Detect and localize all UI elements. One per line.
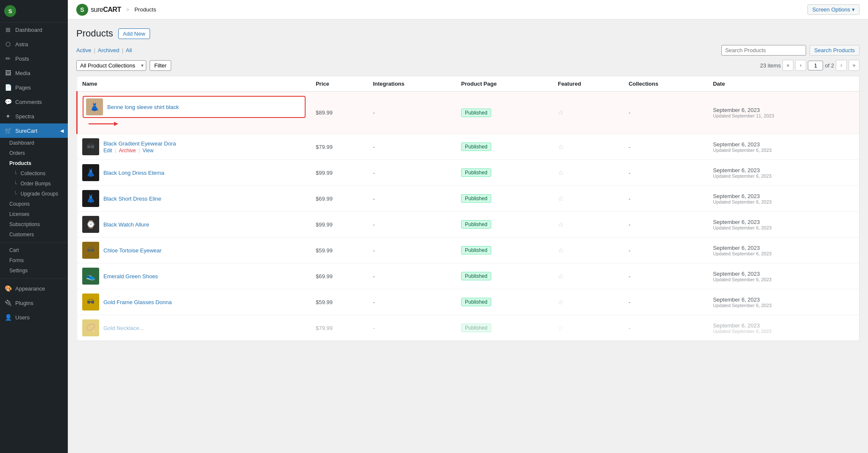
product-featured[interactable]: ☆ — [553, 212, 623, 238]
sidebar-sub-cart[interactable]: Cart — [0, 245, 68, 255]
product-collections: - — [623, 186, 708, 212]
comments-icon: 💬 — [4, 98, 12, 106]
star-icon[interactable]: ☆ — [558, 273, 564, 280]
product-name-link[interactable]: Chloe Tortoise Eyewear — [103, 247, 161, 254]
filter-all-link[interactable]: All — [126, 47, 132, 53]
star-icon[interactable]: ☆ — [558, 169, 564, 176]
sidebar-logo-icon: S — [4, 5, 16, 17]
product-price: $79.99 — [311, 315, 368, 341]
product-featured[interactable]: ☆ — [553, 92, 623, 134]
product-featured[interactable]: ☆ — [553, 263, 623, 289]
star-icon[interactable]: ☆ — [558, 324, 564, 332]
last-page-button[interactable]: » — [849, 60, 860, 71]
star-icon[interactable]: ☆ — [558, 221, 564, 228]
first-page-button[interactable]: « — [782, 60, 793, 71]
sidebar-sub-settings[interactable]: Settings — [0, 266, 68, 276]
product-page-status: Published — [456, 212, 553, 238]
product-name-link[interactable]: Black Watch Allure — [103, 221, 149, 228]
product-name-link[interactable]: Gold Frame Glasses Donna — [103, 299, 172, 305]
archive-link[interactable]: Archive — [119, 148, 136, 154]
sidebar-item-spectra[interactable]: ✦ Spectra — [0, 109, 68, 123]
col-price: Price — [311, 76, 368, 92]
sidebar-item-dashboard[interactable]: ⊞ Dashboard — [0, 22, 68, 37]
table-row: ⌚ Black Watch Allure $99.99-Published☆-S… — [77, 212, 860, 238]
search-input[interactable] — [721, 45, 806, 56]
table-body: 👗 Benne long sleeve shirt black $89.99-P… — [77, 92, 860, 341]
sidebar-sub-sc-coupons[interactable]: Coupons — [0, 199, 68, 209]
sidebar-sub-sc-upgrade-groups[interactable]: └ Upgrade Groups — [0, 189, 68, 199]
collection-dropdown[interactable]: All Product Collections — [76, 60, 146, 71]
product-integrations: - — [368, 186, 456, 212]
product-page-status: Published — [456, 289, 553, 315]
surecart-arrow: ◀ — [60, 128, 64, 134]
product-featured[interactable]: ☆ — [553, 186, 623, 212]
product-featured[interactable]: ☆ — [553, 238, 623, 263]
edit-link[interactable]: Edit — [103, 148, 112, 154]
table-row: 👗 Black Short Dress Eline $69.99-Publish… — [77, 186, 860, 212]
next-page-button[interactable]: › — [836, 60, 847, 71]
star-icon[interactable]: ☆ — [558, 299, 564, 306]
page-number-input[interactable] — [808, 61, 823, 70]
sidebar-logo[interactable]: S — [0, 0, 68, 22]
page-total-label: of 2 — [825, 62, 834, 69]
table-row: 👗 Black Long Dress Eterna $99.99-Publish… — [77, 160, 860, 186]
sidebar-sub-forms[interactable]: Forms — [0, 255, 68, 266]
star-icon[interactable]: ☆ — [558, 247, 564, 254]
product-name-link[interactable]: Black Short Dress Eline — [103, 196, 161, 202]
product-featured[interactable]: ☆ — [553, 160, 623, 186]
product-collections: - — [623, 92, 708, 134]
table-row: 🕶 Chloe Tortoise Eyewear $59.99-Publishe… — [77, 238, 860, 263]
product-date: September 6, 2023Updated September 6, 20… — [708, 134, 859, 160]
product-name-link[interactable]: Black Long Dress Eterna — [103, 170, 164, 176]
product-name-link[interactable]: Benne long sleeve shirt black — [107, 104, 179, 110]
filter-active-link[interactable]: Active — [76, 47, 91, 53]
product-thumbnail: 👟 — [82, 268, 99, 285]
prev-page-button[interactable]: ‹ — [795, 60, 806, 71]
sidebar-item-users[interactable]: 👤 Users — [0, 310, 68, 324]
sidebar-item-posts[interactable]: ✏ Posts — [0, 51, 68, 66]
sidebar-sub-sc-licenses[interactable]: Licenses — [0, 209, 68, 219]
pagination-info: 23 items « ‹ of 2 › » — [760, 60, 860, 71]
product-name-link[interactable]: Gold Necklace... — [103, 325, 144, 331]
filter-button[interactable]: Filter — [150, 60, 171, 71]
product-name-link[interactable]: Emerald Green Shoes — [103, 273, 158, 280]
product-collections: - — [623, 134, 708, 160]
product-price: $99.99 — [311, 160, 368, 186]
collection-row: All Product Collections Filter 23 items … — [76, 60, 860, 71]
col-featured: Featured — [553, 76, 623, 92]
sidebar-item-astra[interactable]: ⬡ Astra — [0, 37, 68, 51]
published-badge: Published — [461, 272, 491, 280]
star-icon[interactable]: ☆ — [558, 109, 564, 116]
product-integrations: - — [368, 315, 456, 341]
sidebar-item-appearance[interactable]: 🎨 Appearance — [0, 281, 68, 296]
sidebar-sub-sc-products[interactable]: Products — [0, 158, 68, 168]
sidebar-item-plugins[interactable]: 🔌 Plugins — [0, 296, 68, 310]
search-button[interactable]: Search Products — [810, 45, 860, 56]
sidebar-item-pages[interactable]: 📄 Pages — [0, 80, 68, 95]
sidebar-sub-sc-collections[interactable]: └ Collections — [0, 168, 68, 179]
sidebar-sub-sc-orders[interactable]: Orders — [0, 148, 68, 158]
filter-archived-link[interactable]: Archived — [98, 47, 120, 53]
sidebar-item-media[interactable]: 🖼 Media — [0, 66, 68, 80]
star-icon[interactable]: ☆ — [558, 195, 564, 202]
table-header: Name Price Integrations Product Page Fea… — [77, 76, 860, 92]
star-icon[interactable]: ☆ — [558, 143, 564, 151]
sidebar-item-surecart[interactable]: 🛒 SureCart ◀ — [0, 123, 68, 138]
product-name-link[interactable]: Black Gradient Eyewear Dora — [103, 140, 176, 147]
product-featured[interactable]: ☆ — [553, 134, 623, 160]
sidebar-sub-sc-dashboard[interactable]: Dashboard — [0, 138, 68, 148]
topbar-logo: S sureCART — [76, 4, 121, 16]
screen-options-button[interactable]: Screen Options ▾ — [807, 4, 860, 15]
add-new-button[interactable]: Add New — [118, 28, 150, 39]
product-integrations: - — [368, 212, 456, 238]
sidebar-sub-sc-order-bumps[interactable]: └ Order Bumps — [0, 179, 68, 189]
product-featured[interactable]: ☆ — [553, 315, 623, 341]
sidebar-sub-sc-customers[interactable]: Customers — [0, 229, 68, 240]
published-badge: Published — [461, 168, 491, 177]
product-featured[interactable]: ☆ — [553, 289, 623, 315]
product-date: September 6, 2023Updated September 6, 20… — [708, 289, 859, 315]
product-collections: - — [623, 289, 708, 315]
sidebar-sub-sc-subscriptions[interactable]: Subscriptions — [0, 219, 68, 229]
view-link[interactable]: View — [142, 148, 153, 154]
sidebar-item-comments[interactable]: 💬 Comments — [0, 95, 68, 109]
